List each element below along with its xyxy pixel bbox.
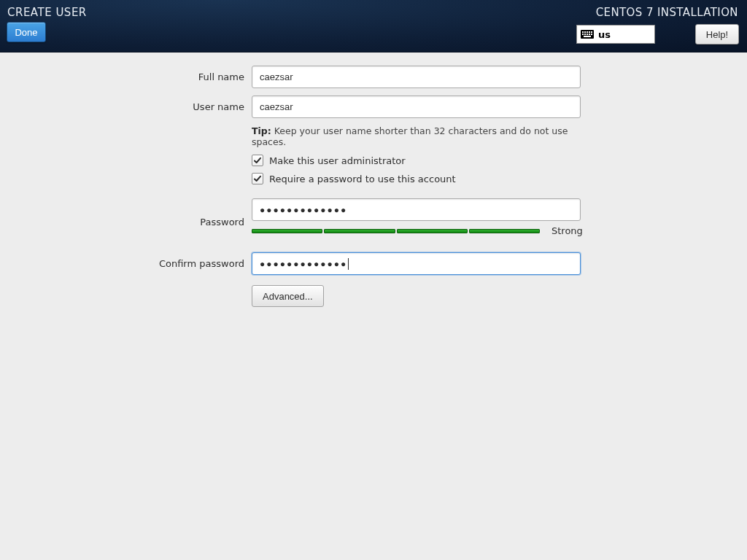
- svg-rect-1: [582, 31, 584, 33]
- username-input[interactable]: [252, 96, 581, 118]
- svg-rect-10: [591, 34, 592, 35]
- password-strength-meter: [252, 229, 540, 233]
- text-cursor-icon: [348, 258, 349, 270]
- tip-prefix: Tip:: [252, 125, 271, 136]
- keyboard-icon: [581, 30, 594, 39]
- username-tip: Tip: Keep your user name shorter than 32…: [252, 125, 584, 147]
- confirm-password-label: Confirm password: [0, 258, 252, 269]
- password-masked-value: ●●●●●●●●●●●●●: [252, 199, 580, 220]
- page-title: CREATE USER: [7, 6, 87, 19]
- confirm-password-masked-value: ●●●●●●●●●●●●●: [260, 259, 347, 269]
- svg-rect-11: [584, 36, 591, 37]
- username-label: User name: [0, 101, 252, 112]
- fullname-label: Full name: [0, 71, 252, 82]
- checkmark-icon: [253, 156, 262, 165]
- svg-rect-7: [584, 34, 586, 35]
- require-password-checkbox[interactable]: [252, 173, 263, 184]
- svg-rect-2: [584, 31, 586, 33]
- admin-checkbox-row[interactable]: Make this user administrator: [252, 155, 584, 166]
- admin-checkbox-label: Make this user administrator: [269, 155, 406, 166]
- done-button[interactable]: Done: [7, 22, 46, 42]
- require-password-checkbox-row[interactable]: Require a password to use this account: [252, 173, 584, 184]
- admin-checkbox[interactable]: [252, 155, 263, 166]
- svg-rect-9: [589, 34, 590, 35]
- distro-title: CENTOS 7 INSTALLATION: [596, 6, 738, 19]
- confirm-password-input[interactable]: ●●●●●●●●●●●●●: [252, 252, 581, 275]
- svg-rect-6: [582, 34, 584, 35]
- svg-rect-4: [589, 31, 590, 33]
- keyboard-layout-selector[interactable]: us: [576, 25, 655, 44]
- help-button[interactable]: Help!: [695, 24, 739, 44]
- svg-rect-5: [591, 31, 592, 33]
- advanced-button[interactable]: Advanced...: [252, 285, 324, 307]
- password-label: Password: [0, 217, 252, 228]
- svg-rect-3: [587, 31, 588, 33]
- fullname-input[interactable]: [252, 66, 581, 88]
- header-bar: CREATE USER Done CENTOS 7 INSTALLATION u…: [0, 0, 747, 52]
- require-password-checkbox-label: Require a password to use this account: [269, 174, 456, 184]
- form-area: Full name User name Tip: Keep your user …: [0, 52, 747, 307]
- tip-text: Keep your user name shorter than 32 char…: [252, 125, 568, 147]
- checkmark-icon: [253, 174, 262, 183]
- keyboard-layout-label: us: [598, 29, 611, 40]
- password-strength-label: Strong: [551, 225, 583, 236]
- svg-rect-8: [587, 34, 588, 35]
- password-input[interactable]: ●●●●●●●●●●●●●: [252, 198, 581, 221]
